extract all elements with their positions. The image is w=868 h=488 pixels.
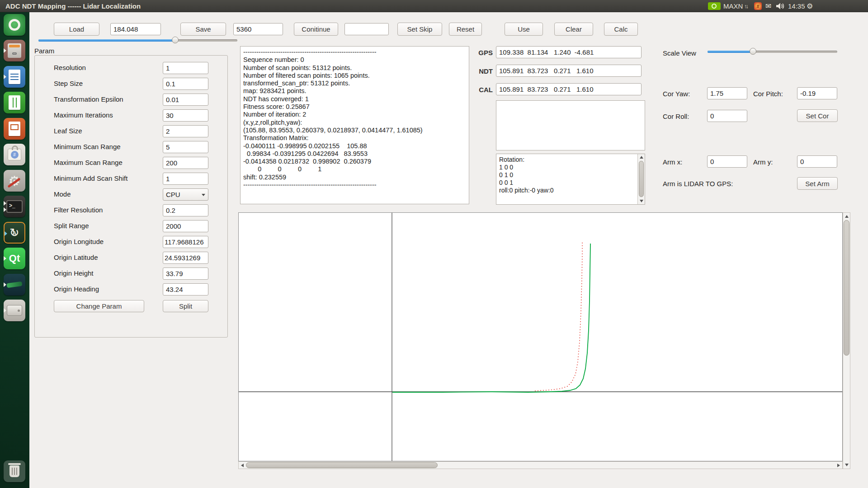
qt-icon: Qt bbox=[9, 253, 20, 264]
rotation-textarea[interactable]: Rotation: 1 0 0 0 1 0 0 0 1 roll:0 pitch… bbox=[496, 154, 645, 205]
network-indicator[interactable]: ↑↓ bbox=[744, 0, 747, 12]
leaf-size-input[interactable] bbox=[163, 125, 208, 137]
gps-label: GPS bbox=[476, 49, 493, 56]
min-scan-range-input[interactable] bbox=[163, 141, 208, 153]
reset-button[interactable]: Reset bbox=[449, 23, 482, 36]
cal-value-input[interactable] bbox=[496, 83, 642, 95]
max-iterations-input[interactable] bbox=[163, 109, 208, 122]
dock-item-calc[interactable] bbox=[4, 92, 25, 113]
plot-hscrollbar-thumb[interactable] bbox=[246, 462, 438, 468]
clock-label: 14:35 bbox=[788, 2, 805, 10]
dock-item-writer[interactable] bbox=[4, 66, 25, 88]
mode-combobox[interactable]: CPU bbox=[163, 188, 208, 201]
scroll-up-icon[interactable] bbox=[640, 156, 643, 159]
messages-indicator[interactable]: ✉ bbox=[765, 0, 771, 12]
input-method-indicator[interactable]: # bbox=[754, 0, 762, 12]
use-button[interactable]: Use bbox=[505, 23, 543, 36]
status-box[interactable] bbox=[496, 100, 645, 150]
param-label-filter-resolution: Filter Resolution bbox=[54, 206, 103, 214]
updown-arrows-icon: ↑↓ bbox=[744, 3, 747, 9]
dock-item-file-manager[interactable] bbox=[4, 40, 25, 61]
plot-hscrollbar[interactable] bbox=[238, 461, 843, 469]
set-cor-button[interactable]: Set Cor bbox=[797, 109, 838, 122]
scale-view-slider-handle[interactable] bbox=[750, 48, 756, 55]
param-label-origin-longitude: Origin Longitude bbox=[54, 238, 104, 245]
filter-resolution-input[interactable] bbox=[163, 204, 208, 216]
ndt-value-input[interactable] bbox=[496, 65, 642, 77]
timeline-slider[interactable] bbox=[38, 37, 237, 44]
gpu-mode-indicator[interactable]: MAXN bbox=[723, 0, 743, 12]
session-indicator[interactable]: ⚙ bbox=[807, 0, 813, 12]
cor-pitch-input[interactable] bbox=[797, 87, 837, 99]
cor-pitch-label: Cor Pitch: bbox=[753, 90, 783, 98]
scroll-down-icon[interactable] bbox=[845, 464, 849, 466]
rviz-icon bbox=[6, 282, 22, 288]
plot-vscrollbar-thumb[interactable] bbox=[844, 220, 849, 356]
gps-value-input[interactable] bbox=[496, 46, 642, 58]
resolution-input[interactable] bbox=[163, 62, 208, 74]
sound-indicator[interactable] bbox=[776, 0, 785, 12]
ubuntu-icon bbox=[9, 19, 20, 31]
scroll-up-icon[interactable] bbox=[845, 215, 849, 218]
save-button[interactable]: Save bbox=[180, 23, 226, 36]
dock-item-updater[interactable]: ↻ A bbox=[4, 222, 25, 244]
continue-value-input[interactable] bbox=[344, 23, 389, 35]
split-range-input[interactable] bbox=[163, 220, 208, 232]
dock-item-disks[interactable] bbox=[4, 300, 25, 321]
gpu-mode-label: MAXN bbox=[723, 2, 743, 10]
calc-button[interactable]: Calc bbox=[604, 23, 638, 36]
clear-button[interactable]: Clear bbox=[554, 23, 593, 36]
clock-indicator[interactable]: 14:35 bbox=[788, 0, 805, 12]
timeline-slider-handle[interactable] bbox=[172, 37, 179, 43]
cor-yaw-input[interactable] bbox=[707, 87, 747, 99]
dock-item-qt-creator[interactable]: Qt bbox=[4, 248, 25, 269]
nvidia-indicator[interactable] bbox=[708, 0, 721, 12]
min-add-scan-shift-input[interactable] bbox=[163, 173, 208, 185]
cor-roll-input[interactable] bbox=[707, 110, 747, 122]
param-label-min-scan-range: Minimum Scan Range bbox=[54, 143, 121, 150]
step-size-input[interactable] bbox=[163, 78, 208, 90]
load-button[interactable]: Load bbox=[54, 23, 99, 36]
speaker-icon bbox=[776, 2, 785, 10]
origin-longitude-input[interactable] bbox=[163, 236, 208, 248]
dock-item-dash[interactable] bbox=[4, 14, 25, 36]
origin-height-input[interactable] bbox=[163, 267, 208, 280]
arm-y-input[interactable] bbox=[797, 155, 837, 168]
param-label-max-iterations: Maximum Iterations bbox=[54, 111, 113, 119]
session-gear-icon: ⚙ bbox=[807, 2, 813, 10]
dock-item-system-settings[interactable]: ⚙ bbox=[4, 170, 25, 192]
dock-item-software-center[interactable]: # bbox=[4, 144, 25, 165]
origin-latitude-input[interactable] bbox=[163, 252, 208, 264]
file-cabinet-icon bbox=[8, 43, 21, 58]
set-skip-button[interactable]: Set Skip bbox=[397, 23, 442, 36]
origin-heading-input[interactable] bbox=[163, 283, 208, 296]
map-plot-canvas[interactable] bbox=[238, 212, 843, 461]
continue-button[interactable]: Conitinue bbox=[294, 23, 338, 36]
plot-vscrollbar[interactable] bbox=[843, 212, 850, 469]
trajectory-plot bbox=[239, 213, 842, 461]
load-value-input[interactable] bbox=[110, 23, 161, 35]
change-param-button[interactable]: Change Param bbox=[54, 300, 144, 312]
input-method-icon: # bbox=[754, 2, 762, 10]
log-textarea[interactable]: ----------------------------------------… bbox=[240, 46, 469, 204]
split-button[interactable]: Split bbox=[163, 300, 208, 312]
calc-spreadsheet-icon bbox=[9, 95, 20, 110]
dock-item-terminal[interactable]: >_ bbox=[4, 196, 25, 217]
dock-item-impress[interactable] bbox=[4, 118, 25, 140]
scroll-left-icon[interactable] bbox=[241, 464, 244, 467]
trans-epsilon-input[interactable] bbox=[163, 94, 208, 106]
scroll-right-icon[interactable] bbox=[837, 464, 840, 467]
rotation-scrollbar[interactable] bbox=[637, 154, 645, 204]
scroll-down-icon[interactable] bbox=[640, 200, 643, 202]
scale-view-slider[interactable] bbox=[708, 48, 837, 55]
dock-item-trash[interactable] bbox=[4, 460, 25, 482]
arm-note-label: Arm is LIDAR TO GPS: bbox=[663, 180, 733, 188]
nvidia-icon bbox=[708, 2, 721, 10]
rotation-scrollbar-thumb[interactable] bbox=[639, 161, 644, 197]
arm-x-input[interactable] bbox=[707, 155, 747, 168]
dock-item-rviz[interactable] bbox=[4, 274, 25, 296]
set-arm-button[interactable]: Set Arm bbox=[797, 177, 838, 190]
save-value-input[interactable] bbox=[233, 23, 283, 35]
param-group-title: Param bbox=[34, 47, 54, 55]
max-scan-range-input[interactable] bbox=[163, 157, 208, 169]
